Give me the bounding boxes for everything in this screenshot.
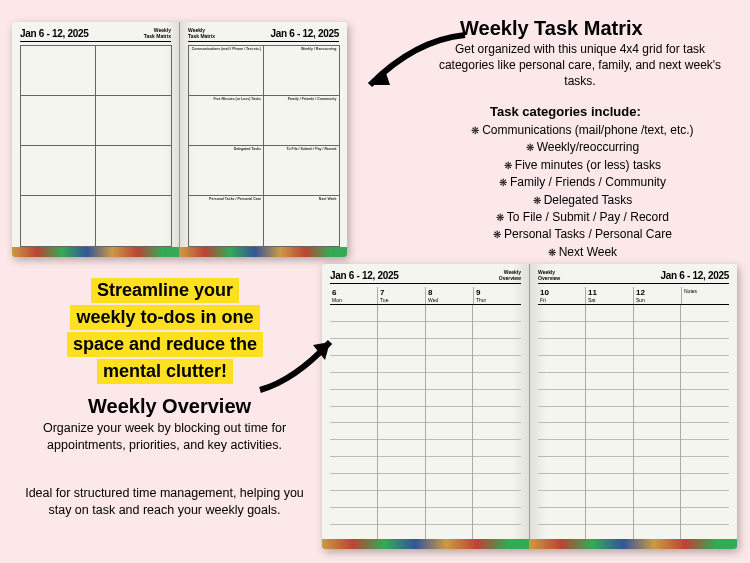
overview-left-page: Jan 6 - 12, 2025 Weekly Overview 6Mon 7T… <box>322 264 530 549</box>
page-type: Weekly Overview <box>538 270 560 281</box>
matrix-grid-left <box>20 45 171 246</box>
overview-right-page: Weekly Overview Jan 6 - 12, 2025 10Fri 1… <box>530 264 737 549</box>
page-type: Weekly Task Matrix <box>144 28 171 39</box>
matrix-left-page: Jan 6 - 12, 2025 Weekly Task Matrix <box>12 22 180 257</box>
matrix-right-page: Weekly Task Matrix Jan 6 - 12, 2025 Comm… <box>180 22 347 257</box>
highlight-callout: Streamline your weekly to-dos in one spa… <box>30 277 300 385</box>
task-matrix-book: Jan 6 - 12, 2025 Weekly Task Matrix Week… <box>12 22 347 257</box>
category-list: Communications (mail/phone /text, etc.) … <box>440 122 725 261</box>
day-strip-left: 6Mon 7Tue 8Wed 9Thur <box>330 287 521 305</box>
page-date: Jan 6 - 12, 2025 <box>270 28 339 39</box>
time-grid-right <box>538 305 729 542</box>
page-date: Jan 6 - 12, 2025 <box>660 270 729 281</box>
overview-title: Weekly Overview <box>88 395 251 418</box>
matrix-desc: Get organized with this unique 4x4 grid … <box>430 41 730 90</box>
weekly-overview-book: Jan 6 - 12, 2025 Weekly Overview 6Mon 7T… <box>322 264 737 549</box>
matrix-title: Weekly Task Matrix <box>460 17 643 40</box>
day-strip-right: 10Fri 11Sat 12Sun Notes <box>538 287 729 305</box>
overview-desc-2: Ideal for structured time management, he… <box>22 485 307 519</box>
time-grid-left <box>330 305 521 542</box>
overview-desc-1: Organize your week by blocking out time … <box>22 420 307 454</box>
matrix-subtitle: Task categories include: <box>490 104 641 119</box>
page-date: Jan 6 - 12, 2025 <box>330 270 399 281</box>
matrix-grid-right: Communications (mail / Phone / Text etc.… <box>188 45 339 246</box>
page-date: Jan 6 - 12, 2025 <box>20 28 89 39</box>
page-type: Weekly Task Matrix <box>188 28 215 39</box>
page-type: Weekly Overview <box>499 270 521 281</box>
